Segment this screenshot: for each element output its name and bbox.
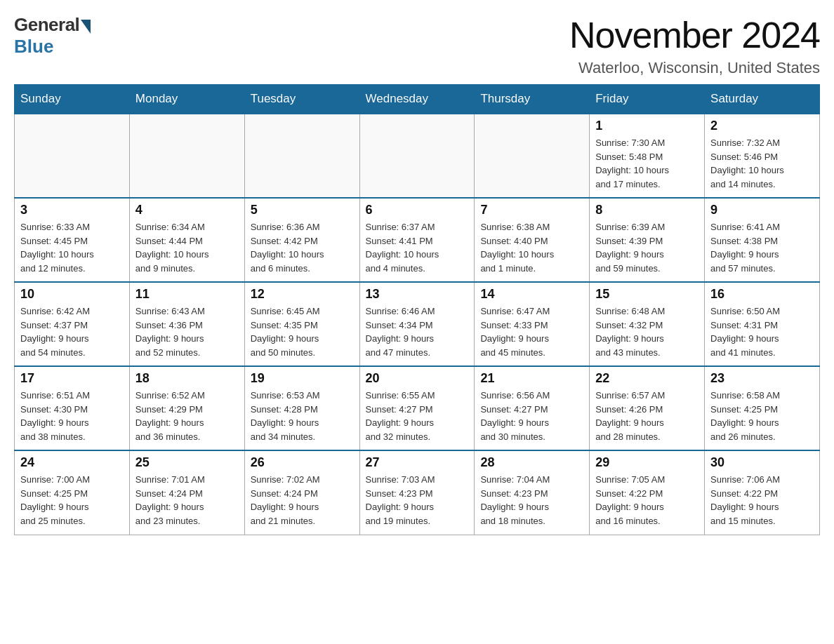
calendar-cell: 4Sunrise: 6:34 AM Sunset: 4:44 PM Daylig… bbox=[129, 198, 244, 282]
day-info: Sunrise: 6:50 AM Sunset: 4:31 PM Dayligh… bbox=[710, 304, 814, 359]
day-info: Sunrise: 6:38 AM Sunset: 4:40 PM Dayligh… bbox=[480, 220, 583, 275]
day-number: 18 bbox=[135, 371, 239, 386]
day-info: Sunrise: 6:55 AM Sunset: 4:27 PM Dayligh… bbox=[366, 389, 469, 443]
calendar-cell: 27Sunrise: 7:03 AM Sunset: 4:23 PM Dayli… bbox=[359, 450, 475, 535]
day-info: Sunrise: 6:51 AM Sunset: 4:30 PM Dayligh… bbox=[20, 389, 124, 443]
calendar-cell: 20Sunrise: 6:55 AM Sunset: 4:27 PM Dayli… bbox=[359, 366, 475, 450]
day-info: Sunrise: 7:32 AM Sunset: 5:46 PM Dayligh… bbox=[710, 136, 814, 191]
day-number: 16 bbox=[710, 287, 814, 302]
day-number: 15 bbox=[595, 287, 699, 302]
logo-arrow-icon bbox=[81, 20, 91, 34]
week-row-2: 10Sunrise: 6:42 AM Sunset: 4:37 PM Dayli… bbox=[15, 282, 820, 366]
day-number: 9 bbox=[710, 203, 814, 217]
day-number: 12 bbox=[251, 287, 354, 302]
calendar-cell: 9Sunrise: 6:41 AM Sunset: 4:38 PM Daylig… bbox=[705, 198, 820, 282]
day-number: 20 bbox=[366, 371, 469, 386]
calendar-cell: 7Sunrise: 6:38 AM Sunset: 4:40 PM Daylig… bbox=[475, 198, 590, 282]
day-info: Sunrise: 7:05 AM Sunset: 4:22 PM Dayligh… bbox=[595, 473, 699, 528]
week-row-1: 3Sunrise: 6:33 AM Sunset: 4:45 PM Daylig… bbox=[15, 198, 820, 282]
day-number: 8 bbox=[595, 203, 699, 217]
day-info: Sunrise: 6:36 AM Sunset: 4:42 PM Dayligh… bbox=[251, 220, 354, 275]
day-info: Sunrise: 6:45 AM Sunset: 4:35 PM Dayligh… bbox=[251, 304, 354, 359]
calendar-cell: 21Sunrise: 6:56 AM Sunset: 4:27 PM Dayli… bbox=[475, 366, 590, 450]
column-header-tuesday: Tuesday bbox=[244, 85, 359, 114]
calendar-cell bbox=[359, 114, 475, 198]
column-header-saturday: Saturday bbox=[705, 85, 820, 114]
calendar-cell: 19Sunrise: 6:53 AM Sunset: 4:28 PM Dayli… bbox=[244, 366, 359, 450]
column-header-sunday: Sunday bbox=[15, 85, 130, 114]
calendar-cell: 3Sunrise: 6:33 AM Sunset: 4:45 PM Daylig… bbox=[15, 198, 130, 282]
calendar-cell: 6Sunrise: 6:37 AM Sunset: 4:41 PM Daylig… bbox=[359, 198, 475, 282]
day-number: 5 bbox=[251, 203, 354, 217]
day-info: Sunrise: 6:56 AM Sunset: 4:27 PM Dayligh… bbox=[480, 389, 583, 443]
day-info: Sunrise: 6:48 AM Sunset: 4:32 PM Dayligh… bbox=[595, 304, 699, 359]
day-info: Sunrise: 6:34 AM Sunset: 4:44 PM Dayligh… bbox=[135, 220, 239, 275]
calendar-cell: 14Sunrise: 6:47 AM Sunset: 4:33 PM Dayli… bbox=[475, 282, 590, 366]
calendar-cell: 1Sunrise: 7:30 AM Sunset: 5:48 PM Daylig… bbox=[590, 114, 705, 198]
day-number: 10 bbox=[20, 287, 124, 302]
day-number: 30 bbox=[710, 455, 814, 470]
day-info: Sunrise: 7:30 AM Sunset: 5:48 PM Dayligh… bbox=[595, 136, 699, 191]
column-header-monday: Monday bbox=[129, 85, 244, 114]
week-row-3: 17Sunrise: 6:51 AM Sunset: 4:30 PM Dayli… bbox=[15, 366, 820, 450]
day-number: 17 bbox=[20, 371, 124, 386]
day-number: 11 bbox=[135, 287, 239, 302]
day-number: 4 bbox=[135, 203, 239, 217]
calendar-cell: 30Sunrise: 7:06 AM Sunset: 4:22 PM Dayli… bbox=[705, 450, 820, 535]
day-number: 28 bbox=[480, 455, 583, 470]
day-info: Sunrise: 6:42 AM Sunset: 4:37 PM Dayligh… bbox=[20, 304, 124, 359]
calendar-cell: 5Sunrise: 6:36 AM Sunset: 4:42 PM Daylig… bbox=[244, 198, 359, 282]
location: Waterloo, Wisconsin, United States bbox=[569, 59, 820, 77]
day-info: Sunrise: 6:33 AM Sunset: 4:45 PM Dayligh… bbox=[20, 220, 124, 275]
day-number: 14 bbox=[480, 287, 583, 302]
week-row-4: 24Sunrise: 7:00 AM Sunset: 4:25 PM Dayli… bbox=[15, 450, 820, 535]
calendar-cell bbox=[129, 114, 244, 198]
day-info: Sunrise: 6:43 AM Sunset: 4:36 PM Dayligh… bbox=[135, 304, 239, 359]
calendar-cell: 15Sunrise: 6:48 AM Sunset: 4:32 PM Dayli… bbox=[590, 282, 705, 366]
calendar-cell: 24Sunrise: 7:00 AM Sunset: 4:25 PM Dayli… bbox=[15, 450, 130, 535]
day-number: 21 bbox=[480, 371, 583, 386]
calendar-cell: 25Sunrise: 7:01 AM Sunset: 4:24 PM Dayli… bbox=[129, 450, 244, 535]
day-number: 24 bbox=[20, 455, 124, 470]
calendar-cell: 10Sunrise: 6:42 AM Sunset: 4:37 PM Dayli… bbox=[15, 282, 130, 366]
day-info: Sunrise: 7:00 AM Sunset: 4:25 PM Dayligh… bbox=[20, 473, 124, 528]
day-info: Sunrise: 6:39 AM Sunset: 4:39 PM Dayligh… bbox=[595, 220, 699, 275]
week-row-0: 1Sunrise: 7:30 AM Sunset: 5:48 PM Daylig… bbox=[15, 114, 820, 198]
day-number: 6 bbox=[366, 203, 469, 217]
calendar-cell: 2Sunrise: 7:32 AM Sunset: 5:46 PM Daylig… bbox=[705, 114, 820, 198]
day-info: Sunrise: 7:03 AM Sunset: 4:23 PM Dayligh… bbox=[366, 473, 469, 528]
calendar-cell bbox=[15, 114, 130, 198]
day-info: Sunrise: 6:52 AM Sunset: 4:29 PM Dayligh… bbox=[135, 389, 239, 443]
calendar-cell bbox=[475, 114, 590, 198]
day-info: Sunrise: 6:57 AM Sunset: 4:26 PM Dayligh… bbox=[595, 389, 699, 443]
logo: General Blue bbox=[14, 14, 91, 58]
day-info: Sunrise: 6:37 AM Sunset: 4:41 PM Dayligh… bbox=[366, 220, 469, 275]
day-number: 22 bbox=[595, 371, 699, 386]
calendar-table: SundayMondayTuesdayWednesdayThursdayFrid… bbox=[14, 84, 820, 535]
day-number: 1 bbox=[595, 119, 699, 133]
day-info: Sunrise: 7:04 AM Sunset: 4:23 PM Dayligh… bbox=[480, 473, 583, 528]
day-number: 23 bbox=[710, 371, 814, 386]
day-info: Sunrise: 6:58 AM Sunset: 4:25 PM Dayligh… bbox=[710, 389, 814, 443]
day-number: 3 bbox=[20, 203, 124, 217]
page-header: General Blue November 2024 Waterloo, Wis… bbox=[14, 14, 820, 77]
calendar-cell: 23Sunrise: 6:58 AM Sunset: 4:25 PM Dayli… bbox=[705, 366, 820, 450]
calendar-cell: 22Sunrise: 6:57 AM Sunset: 4:26 PM Dayli… bbox=[590, 366, 705, 450]
day-number: 25 bbox=[135, 455, 239, 470]
calendar-cell: 26Sunrise: 7:02 AM Sunset: 4:24 PM Dayli… bbox=[244, 450, 359, 535]
calendar-cell: 28Sunrise: 7:04 AM Sunset: 4:23 PM Dayli… bbox=[475, 450, 590, 535]
day-number: 19 bbox=[251, 371, 354, 386]
logo-blue-text: Blue bbox=[14, 36, 53, 58]
logo-general-text: General bbox=[14, 14, 79, 36]
day-info: Sunrise: 7:01 AM Sunset: 4:24 PM Dayligh… bbox=[135, 473, 239, 528]
day-info: Sunrise: 6:47 AM Sunset: 4:33 PM Dayligh… bbox=[480, 304, 583, 359]
day-info: Sunrise: 6:46 AM Sunset: 4:34 PM Dayligh… bbox=[366, 304, 469, 359]
column-header-wednesday: Wednesday bbox=[359, 85, 475, 114]
day-info: Sunrise: 6:53 AM Sunset: 4:28 PM Dayligh… bbox=[251, 389, 354, 443]
month-title: November 2024 bbox=[569, 14, 820, 56]
calendar-cell: 18Sunrise: 6:52 AM Sunset: 4:29 PM Dayli… bbox=[129, 366, 244, 450]
calendar-cell: 13Sunrise: 6:46 AM Sunset: 4:34 PM Dayli… bbox=[359, 282, 475, 366]
day-number: 7 bbox=[480, 203, 583, 217]
calendar-cell bbox=[244, 114, 359, 198]
day-number: 26 bbox=[251, 455, 354, 470]
